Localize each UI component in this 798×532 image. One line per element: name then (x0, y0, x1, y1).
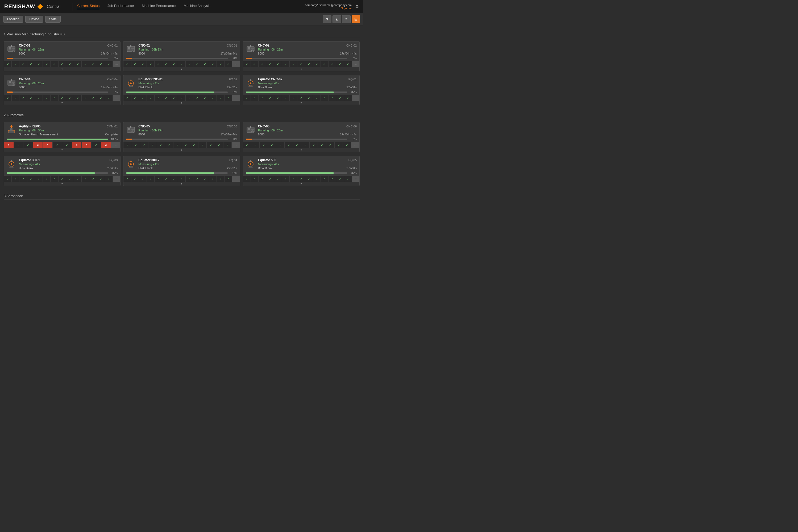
check-cell-5: ✓ (165, 142, 173, 148)
card-expand-section1-row1-card0[interactable]: ▾ (4, 101, 120, 105)
check-cell-11: ✓ (328, 176, 336, 182)
check-cell-2: ✓ (259, 176, 266, 182)
card-expand-section2-row0-card2[interactable]: ▾ (243, 148, 359, 152)
progress-pct-section1-row1-card1: 87% (229, 91, 237, 94)
tab-machine-analysis[interactable]: Machine Analysis (184, 4, 210, 9)
check-more-cell-14[interactable]: ··· (232, 95, 240, 101)
check-cell-13: ✓ (225, 61, 232, 67)
progress-pct-section2-row0-card0: 100% (110, 138, 118, 141)
section2-row1-card2-checks-row: ✓✓✓✓✓✓✓✓✓✓✓✓✓✓··· (243, 175, 359, 182)
check-cell-12: ✓ (224, 142, 232, 148)
progress-bar-wrap-section2-row0-card2 (246, 138, 347, 140)
card-status-section2-row0-card1: Running - 06h 23m (138, 129, 237, 132)
progress-bar-wrap-section1-row1-card1 (126, 92, 227, 93)
check-cell-3: ✓ (266, 61, 274, 67)
check-cell-4: ✓ (35, 61, 43, 67)
check-more-cell-14[interactable]: ··· (352, 61, 359, 67)
card-expand-section2-row1-card1[interactable]: ▾ (124, 182, 240, 186)
list-view-button[interactable]: ≡ (342, 15, 350, 23)
card-status-section2-row1-card2: Measuring - 41s (258, 163, 357, 166)
svg-point-63 (130, 163, 132, 165)
card-expand-section2-row0-card1[interactable]: ▾ (124, 148, 240, 152)
check-more-cell-14[interactable]: ··· (113, 61, 120, 67)
check-more-cell-14[interactable]: ··· (113, 95, 120, 101)
check-more-cell-13[interactable]: ··· (232, 142, 240, 148)
check-cell-6: ✓ (293, 142, 301, 148)
check-cell-5: ✓ (282, 176, 290, 182)
check-cell-10: ✓ (326, 142, 335, 148)
machine-card-section2-row0-card2: CNC-06 CNC 06 Running - 06h 23m 8000 17s… (243, 122, 360, 152)
tab-machine-performance[interactable]: Machine Performance (142, 4, 175, 9)
progress-bar-fill-section2-row1-card1 (126, 172, 214, 174)
card-expand-section1-row0-card1[interactable]: ▾ (124, 67, 240, 71)
card-metric-left-section2-row1-card1: Blisk Blank (138, 167, 153, 170)
card-metric-left-section2-row0-card1: 8000 (138, 133, 145, 136)
progress-bar-wrap-section2-row0-card1 (126, 138, 227, 140)
check-more-cell-13[interactable]: ··· (352, 142, 359, 148)
check-more-cell-11[interactable]: ··· (111, 142, 120, 148)
progress-row-section1-row0-card2: 6% (243, 56, 359, 61)
check-cell-8: ✓ (305, 95, 313, 101)
settings-icon[interactable]: ⚙ (355, 4, 359, 10)
svg-rect-50 (251, 129, 254, 130)
card-name-section1-row1-card2: Equator CNC-02 (258, 77, 283, 81)
svg-rect-49 (248, 128, 250, 130)
card-expand-section2-row0-card0[interactable]: ▾ (4, 148, 120, 152)
check-more-cell-14[interactable]: ··· (113, 176, 120, 182)
card-type-section2-row1-card2: EQ 05 (348, 158, 357, 162)
grid-view-button[interactable]: ⊞ (352, 15, 360, 23)
card-metric-right-section1-row0-card0: 17s/04m 44s (101, 52, 118, 55)
check-cell-8: ✓ (305, 61, 313, 67)
machine-icon-section1-row0-card2 (245, 44, 256, 54)
card-status-section1-row1-card1: Measuring - 41s (138, 82, 237, 85)
progress-bar-wrap-section1-row0-card1 (126, 58, 227, 59)
check-cell-0: ✓ (124, 61, 131, 67)
section2-row0-card0-checks-row: ✗✓✓✗✗✓✓✗✗✓✗··· (4, 142, 120, 148)
check-more-cell-14[interactable]: ··· (352, 176, 359, 182)
filter-state-button[interactable]: State (45, 16, 61, 23)
check-cell-7: ✓ (301, 142, 310, 148)
card-expand-section2-row1-card0[interactable]: ▾ (4, 182, 120, 186)
check-cell-9: ✓ (193, 176, 201, 182)
svg-rect-23 (11, 79, 12, 81)
card-metric-right-section1-row1-card2: 27s/31s (346, 86, 357, 89)
toolbar: Location Device State ▼ ▲ ≡ ⊞ (0, 13, 363, 25)
card-metrics-row-section1-row0-card0: 8000 17s/04m 44s (19, 52, 118, 55)
filter-device-button[interactable]: Device (25, 16, 43, 23)
card-status-section1-row1-card2: Measuring - 41s (258, 82, 357, 85)
filter-location-button[interactable]: Location (3, 16, 23, 23)
card-expand-section1-row1-card1[interactable]: ▾ (124, 101, 240, 105)
check-cell-9: ✓ (193, 95, 201, 101)
tab-current-status[interactable]: Current Status (77, 4, 99, 9)
section1-row0-card1-checks-row: ✓✓✓✓✓✓✓✓✓✓✓✓✓✓··· (124, 61, 240, 67)
check-cell-11: ✓ (328, 61, 336, 67)
check-more-cell-14[interactable]: ··· (232, 61, 240, 67)
svg-rect-5 (11, 45, 12, 47)
check-cell-10: ✓ (201, 176, 209, 182)
check-cell-0: ✓ (243, 142, 251, 148)
check-cell-5: ✓ (43, 95, 51, 101)
check-more-cell-14[interactable]: ··· (352, 95, 359, 101)
check-cell-1: ✓ (251, 61, 259, 67)
section1-row0-card2-checks-row: ✓✓✓✓✓✓✓✓✓✓✓✓✓✓··· (243, 61, 359, 67)
sign-out-link[interactable]: Sign out (305, 7, 352, 10)
svg-point-57 (11, 163, 12, 165)
card-expand-section1-row0-card0[interactable]: ▾ (4, 67, 120, 71)
card-info-section2-row1-card1: Equator 300-2 EQ 04 Measuring - 41s Blis… (138, 158, 237, 170)
check-cell-0: ✓ (124, 95, 131, 101)
machine-card-section2-row1-card1: Equator 300-2 EQ 04 Measuring - 41s Blis… (123, 156, 240, 186)
card-expand-section1-row1-card2[interactable]: ▾ (243, 101, 359, 105)
check-more-cell-14[interactable]: ··· (232, 176, 240, 182)
check-cell-3: ✓ (266, 95, 274, 101)
check-cell-2: ✓ (259, 61, 266, 67)
progress-pct-section1-row1-card0: 6% (110, 91, 118, 94)
card-expand-section1-row0-card2[interactable]: ▾ (243, 67, 359, 71)
card-name-section2-row0-card1: CNC-05 (138, 125, 150, 128)
card-expand-section2-row1-card2[interactable]: ▾ (243, 182, 359, 186)
sort-down-button[interactable]: ▼ (323, 15, 331, 23)
progress-bar-wrap-section1-row1-card0 (7, 92, 108, 93)
check-cell-9: ✓ (74, 176, 82, 182)
sort-up-button[interactable]: ▲ (332, 15, 341, 23)
machine-icon-section1-row0-card1 (126, 44, 136, 54)
tab-job-performance[interactable]: Job Performance (108, 4, 134, 9)
